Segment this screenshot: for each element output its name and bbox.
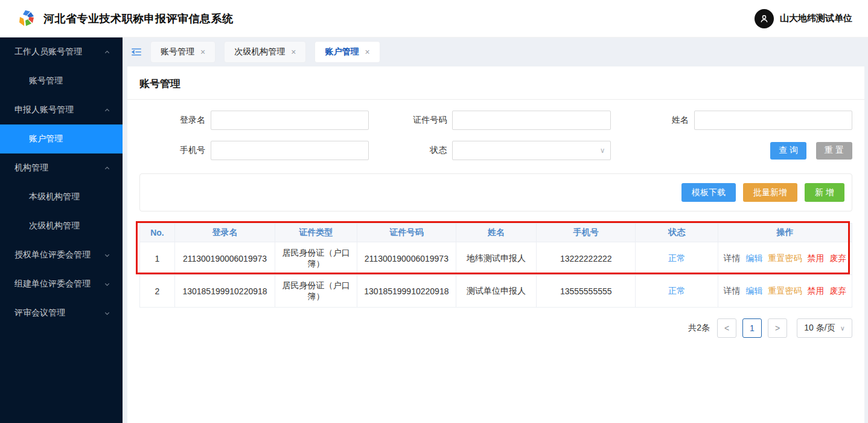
add-button[interactable]: 新 增 — [805, 183, 844, 202]
tab-account-mgmt-active[interactable]: 账户管理 × — [314, 41, 380, 63]
table-row: 2 130185199910220918 居民身份证（户口簿） 13018519… — [140, 275, 852, 308]
reset-password-link[interactable]: 重置密码 — [768, 286, 802, 297]
chevron-down-icon: ∨ — [600, 146, 605, 155]
field-login-name: 登录名 — [139, 111, 369, 130]
row-actions: 详情 编辑 重置密码 禁用 废弃 — [723, 286, 847, 297]
search-form: 登录名 证件号码 姓名 手机号 — [127, 100, 864, 164]
form-buttons: 查 询 重 置 — [623, 141, 852, 160]
sidebar-group-org-management[interactable]: 机构管理 — [0, 153, 123, 182]
pagination: 共2条 < 1 > 10 条/页 ∨ — [127, 308, 864, 338]
content-card: 账号管理 登录名 证件号码 姓名 — [127, 66, 864, 423]
chevron-up-icon — [104, 49, 110, 56]
chevron-up-icon — [104, 107, 110, 114]
user-avatar-icon — [755, 9, 774, 28]
query-button[interactable]: 查 询 — [770, 142, 806, 160]
sidebar-item-sub-org[interactable]: 次级机构管理 — [0, 212, 123, 241]
detail-link[interactable]: 详情 — [724, 286, 741, 297]
tab-sub-org-management[interactable]: 次级机构管理 × — [224, 41, 306, 63]
sidebar-group-formed-committee[interactable]: 组建单位评委会管理 — [0, 270, 123, 299]
sidebar-group-review-meeting[interactable]: 评审会议管理 — [0, 299, 123, 328]
login-name-input[interactable] — [211, 111, 369, 130]
next-page-button[interactable]: > — [768, 318, 787, 338]
accounts-table: No. 登录名 证件类型 证件号码 姓名 手机号 状态 操作 — [139, 223, 852, 308]
status-badge: 正常 — [668, 253, 685, 263]
reset-password-link[interactable]: 重置密码 — [768, 253, 802, 264]
tab-strip: 账号管理 × 次级机构管理 × 账户管理 × — [123, 37, 868, 66]
close-icon[interactable]: × — [365, 47, 369, 57]
chevron-down-icon — [104, 310, 110, 317]
current-page-button[interactable]: 1 — [742, 318, 762, 338]
phone-input[interactable] — [211, 141, 369, 160]
chevron-up-icon — [104, 165, 110, 172]
field-phone: 手机号 — [139, 141, 369, 160]
disable-link[interactable]: 禁用 — [808, 253, 825, 264]
tab-account-management[interactable]: 账号管理 × — [150, 41, 215, 63]
app-window: 河北省专业技术职称申报评审信息系统 山大地纬测试单位 工作人员账号管理 账号管理 — [0, 0, 868, 423]
chevron-down-icon: ∨ — [840, 325, 845, 332]
top-header: 河北省专业技术职称申报评审信息系统 山大地纬测试单位 — [0, 0, 868, 37]
page-title: 账号管理 — [127, 66, 864, 100]
main-area: 账号管理 × 次级机构管理 × 账户管理 × 账号管理 登录名 — [123, 37, 868, 423]
cert-number-input[interactable] — [452, 111, 610, 130]
row-actions: 详情 编辑 重置密码 禁用 废弃 — [723, 253, 847, 264]
field-status: 状态 ∨ — [381, 141, 610, 160]
detail-link[interactable]: 详情 — [724, 253, 741, 264]
field-name: 姓名 — [623, 111, 852, 130]
accounts-table-wrap: No. 登录名 证件类型 证件号码 姓名 手机号 状态 操作 — [139, 223, 852, 308]
sidebar-item-account-mgmt-active[interactable]: 账户管理 — [0, 124, 123, 153]
app-title: 河北省专业技术职称申报评审信息系统 — [43, 11, 234, 26]
template-download-button[interactable]: 模板下载 — [681, 183, 736, 202]
user-menu[interactable]: 山大地纬测试单位 — [755, 9, 852, 28]
total-count: 共2条 — [688, 323, 710, 334]
sidebar-item-account-management[interactable]: 账号管理 — [0, 66, 123, 95]
sidebar-group-applicant-accounts[interactable]: 申报人账号管理 — [0, 95, 123, 124]
sidebar-group-authorized-committee[interactable]: 授权单位评委会管理 — [0, 241, 123, 270]
sidebar-group-staff-accounts[interactable]: 工作人员账号管理 — [0, 37, 123, 66]
name-input[interactable] — [694, 111, 852, 130]
disable-link[interactable]: 禁用 — [808, 286, 825, 297]
field-cert-number: 证件号码 — [381, 111, 610, 130]
close-icon[interactable]: × — [200, 47, 205, 57]
edit-link[interactable]: 编辑 — [746, 253, 763, 264]
page-size-select[interactable]: 10 条/页 ∨ — [797, 318, 852, 338]
user-name: 山大地纬测试单位 — [780, 13, 852, 24]
table-header-row: No. 登录名 证件类型 证件号码 姓名 手机号 状态 操作 — [140, 224, 852, 242]
sidebar-item-local-org[interactable]: 本级机构管理 — [0, 182, 123, 212]
app-logo-icon — [17, 9, 36, 28]
toolbar: 模板下载 批量新增 新 增 — [139, 173, 852, 212]
edit-link[interactable]: 编辑 — [746, 286, 763, 297]
table-row: 1 211300190006019973 居民身份证（户口簿） 21130019… — [140, 242, 852, 275]
brand: 河北省专业技术职称申报评审信息系统 — [17, 9, 234, 28]
discard-link[interactable]: 废弃 — [830, 286, 847, 297]
close-icon[interactable]: × — [291, 47, 296, 57]
collapse-sidebar-icon[interactable] — [131, 47, 142, 57]
batch-add-button[interactable]: 批量新增 — [743, 183, 797, 202]
sidebar: 工作人员账号管理 账号管理 申报人账号管理 账户管理 机构管理 本级机构管理 次… — [0, 37, 123, 423]
reset-button[interactable]: 重 置 — [816, 142, 852, 160]
chevron-down-icon — [104, 281, 110, 288]
chevron-down-icon — [104, 252, 110, 259]
prev-page-button[interactable]: < — [717, 318, 736, 338]
discard-link[interactable]: 废弃 — [830, 253, 847, 264]
status-badge: 正常 — [668, 286, 685, 295]
status-select[interactable]: ∨ — [452, 141, 610, 160]
